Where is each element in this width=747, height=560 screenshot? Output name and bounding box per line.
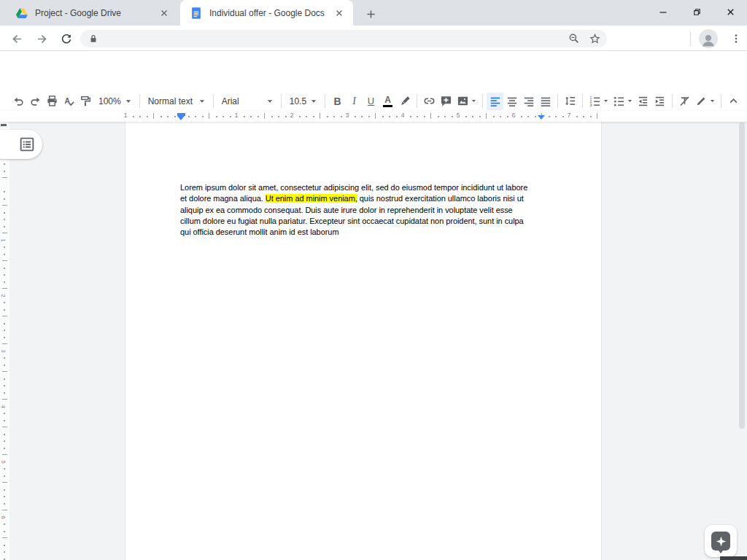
divider xyxy=(417,94,417,108)
text-line[interactable]: Lorem ipsum dolor sit amet, consectetur … xyxy=(180,182,545,193)
zoom-dropdown[interactable]: 100% xyxy=(94,93,136,110)
ruler-tick xyxy=(4,365,5,366)
hide-menus-button[interactable] xyxy=(725,93,742,110)
italic-button[interactable]: I xyxy=(346,93,363,110)
ruler-tick xyxy=(527,116,529,117)
ruler-tick xyxy=(597,113,597,119)
show-document-outline-button[interactable] xyxy=(0,130,42,159)
divider xyxy=(672,94,673,108)
font-size-dropdown[interactable]: 10.5 xyxy=(285,93,321,110)
align-justify-button[interactable] xyxy=(537,93,554,110)
left-indent-marker[interactable] xyxy=(177,113,185,120)
ruler-tick xyxy=(465,116,467,117)
ruler-inch-label: 1 xyxy=(123,112,128,119)
tab-google-docs[interactable]: Individual offer - Google Docs xyxy=(180,0,353,26)
ruler-tick xyxy=(4,212,5,214)
ruler-inch-label: 3 xyxy=(0,349,7,352)
ruler-tick xyxy=(430,113,431,119)
document-text[interactable]: Lorem ipsum dolor sit amet, consectetur … xyxy=(180,182,545,238)
ruler-tick xyxy=(278,116,279,117)
insert-image-button[interactable] xyxy=(454,93,479,110)
text-segment[interactable]: cillum dolore eu fugiat nulla pariatur. … xyxy=(180,217,524,225)
forward-button[interactable] xyxy=(32,29,51,48)
zoom-out-button[interactable] xyxy=(566,31,582,47)
ruler-tick xyxy=(576,116,578,117)
restore-icon xyxy=(692,7,702,17)
new-tab-button[interactable] xyxy=(362,5,379,23)
paint-format-button[interactable] xyxy=(77,93,94,110)
align-center-button[interactable] xyxy=(503,93,520,110)
underline-button[interactable]: U xyxy=(363,93,379,110)
undo-button[interactable] xyxy=(10,93,27,110)
numbered-list-button[interactable] xyxy=(587,93,611,110)
text-segment[interactable]: quis nostrud exercitation ullamco labori… xyxy=(357,194,524,203)
italic-icon: I xyxy=(352,96,356,107)
align-right-button[interactable] xyxy=(520,93,537,110)
decrease-indent-button[interactable] xyxy=(635,93,651,110)
text-line[interactable]: aliquip ex ea commodo consequat. Duis au… xyxy=(180,205,545,216)
chevron-down-icon xyxy=(125,99,131,104)
text-line[interactable]: et dolore magna aliqua. Ut enim ad minim… xyxy=(180,193,545,204)
text-segment[interactable]: et dolore magna aliqua. xyxy=(180,194,266,203)
insert-link-button[interactable] xyxy=(421,93,438,110)
ruler-tick xyxy=(2,454,7,455)
text-color-button[interactable]: A xyxy=(379,93,396,110)
close-window-button[interactable] xyxy=(713,0,747,24)
highlight-color-button[interactable] xyxy=(396,93,413,110)
top-margin-marker[interactable] xyxy=(1,124,7,126)
ruler-tick xyxy=(2,233,7,233)
bulleted-list-button[interactable] xyxy=(611,93,635,110)
line-spacing-icon xyxy=(564,95,576,107)
print-button[interactable] xyxy=(44,93,61,110)
restore-button[interactable] xyxy=(680,0,713,24)
clear-formatting-button[interactable] xyxy=(676,93,693,110)
explore-button[interactable] xyxy=(705,525,737,557)
ruler-tick xyxy=(4,531,5,532)
url-input[interactable] xyxy=(80,30,607,47)
styles-dropdown[interactable]: Normal text xyxy=(144,93,209,110)
ruler-tick xyxy=(4,392,5,394)
back-button[interactable] xyxy=(7,29,26,48)
close-tab-icon[interactable] xyxy=(333,7,346,20)
text-line[interactable]: qui officia deserunt mollit anim id est … xyxy=(180,227,545,238)
chevron-down-icon xyxy=(311,99,317,104)
spelling-check-button[interactable] xyxy=(61,93,77,110)
text-segment[interactable]: aliquip ex ea commodo consequat. Duis au… xyxy=(180,206,513,214)
ruler-tick xyxy=(4,323,5,324)
align-left-button[interactable] xyxy=(487,93,503,110)
reload-button[interactable] xyxy=(57,29,76,48)
vertical-scrollbar[interactable] xyxy=(739,122,745,429)
ruler-tick xyxy=(271,116,273,117)
minimize-button[interactable] xyxy=(646,0,680,24)
ruler-tick xyxy=(452,116,453,117)
bookmark-button[interactable] xyxy=(587,31,603,47)
text-segment[interactable]: Lorem ipsum dolor sit amet, consectetur … xyxy=(180,183,527,192)
add-comment-button[interactable] xyxy=(438,93,454,110)
close-tab-icon[interactable] xyxy=(158,7,171,20)
ruler-inch-label: 7 xyxy=(566,112,572,119)
increase-indent-button[interactable] xyxy=(651,93,668,110)
redo-button[interactable] xyxy=(27,93,44,110)
highlighted-text[interactable]: Ut enim ad minim veniam, xyxy=(266,194,357,203)
document-page[interactable]: Lorem ipsum dolor sit amet, consectetur … xyxy=(125,122,601,560)
text-color-icon: A xyxy=(383,96,392,107)
ruler-inch-label: 6 xyxy=(0,516,7,518)
ruler-tick xyxy=(4,448,5,449)
tab-google-drive[interactable]: Project - Google Drive xyxy=(6,0,178,26)
ruler-tick xyxy=(486,113,487,119)
font-dropdown[interactable]: Arial xyxy=(217,93,277,110)
ruler-tick xyxy=(500,116,501,117)
clear-formatting-icon xyxy=(678,95,691,107)
chevron-down-icon xyxy=(471,99,476,103)
text-segment[interactable]: qui officia deserunt mollit anim id est … xyxy=(180,228,339,236)
horizontal-ruler: 11234567 xyxy=(0,111,747,122)
text-line[interactable]: cillum dolore eu fugiat nulla pariatur. … xyxy=(180,216,545,227)
browser-menu-button[interactable] xyxy=(727,29,746,48)
right-indent-marker[interactable] xyxy=(538,115,545,120)
browser-profile-avatar[interactable] xyxy=(699,29,718,48)
print-icon xyxy=(46,95,58,107)
line-spacing-button[interactable] xyxy=(562,93,578,110)
ruler-tick xyxy=(382,116,384,117)
bold-button[interactable]: B xyxy=(329,93,346,110)
editing-mode-button[interactable] xyxy=(693,93,717,110)
